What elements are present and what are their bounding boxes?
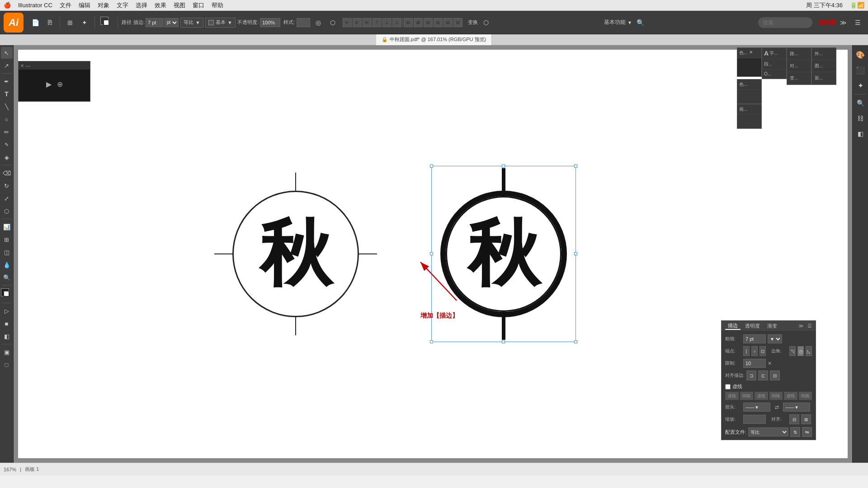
menu-icon[interactable]: ☰: [852, 16, 864, 29]
path-panel[interactable]: 路...: [787, 48, 811, 60]
weight-input[interactable]: [743, 334, 766, 343]
panel-expand-icon[interactable]: ≫: [798, 323, 804, 329]
align2-btn2[interactable]: ⊠: [801, 414, 811, 424]
warp-tool[interactable]: ⬡: [1, 205, 13, 217]
video-panel-minimize[interactable]: —: [26, 63, 30, 68]
sel-handle-br[interactable]: [574, 340, 577, 343]
sel-handle-bl[interactable]: [430, 340, 433, 343]
profile-flip2-icon[interactable]: ⇆: [802, 427, 812, 437]
panel-menu-icon[interactable]: ☰: [807, 323, 812, 329]
scale-input[interactable]: [743, 415, 766, 424]
limit-close-btn[interactable]: ✕: [768, 361, 772, 366]
color-guide-tool[interactable]: ◧: [1, 330, 13, 342]
dist5-icon[interactable]: ⊟: [443, 18, 453, 27]
stroke-value-input[interactable]: [146, 18, 164, 27]
menu-effect[interactable]: 效果: [155, 1, 166, 9]
layer-btn[interactable]: ◧: [854, 127, 867, 141]
opacity-input[interactable]: [260, 18, 280, 27]
sel-handle-bc[interactable]: [502, 340, 505, 343]
align-outside-btn[interactable]: ⊏: [758, 371, 768, 380]
align-center-btn[interactable]: ⊟: [770, 371, 780, 380]
dist6-icon[interactable]: ⊟: [453, 18, 462, 27]
sel-handle-tr[interactable]: [574, 164, 577, 168]
corner-round-btn[interactable]: ◷: [797, 346, 804, 356]
color-swatches[interactable]: [1, 288, 13, 300]
fr-para-panel[interactable]: 段...: [762, 59, 786, 70]
zoom-btn[interactable]: 🔍: [854, 96, 867, 110]
color-wheel-icon[interactable]: ◎: [312, 16, 325, 29]
align-left-icon[interactable]: ⊫: [343, 18, 352, 27]
color-indicator[interactable]: [100, 17, 112, 28]
zoom-tool[interactable]: 🔍: [1, 272, 13, 283]
swatches-btn[interactable]: ⬛: [854, 63, 867, 77]
stroke-tab[interactable]: 描边: [725, 322, 741, 330]
weight-select[interactable]: ▼: [768, 334, 782, 343]
align-mid-icon[interactable]: ⊥: [382, 18, 392, 27]
scale-tool[interactable]: ⤢: [1, 192, 13, 204]
align-right-icon[interactable]: ⊫: [363, 18, 372, 27]
shape-tool[interactable]: ○: [1, 113, 13, 125]
fr-char-panel[interactable]: A 字...: [762, 48, 786, 59]
eyedropper-tool[interactable]: 💧: [1, 259, 13, 271]
menu-file[interactable]: 文件: [60, 1, 71, 9]
limit-input[interactable]: [743, 359, 766, 368]
rotate-tool[interactable]: ↻: [1, 180, 13, 192]
search-icon[interactable]: 🔍: [634, 16, 646, 29]
cap-flat-btn[interactable]: |: [743, 346, 750, 356]
app-name[interactable]: Illustrator CC: [18, 2, 52, 9]
layers-panel[interactable]: 新...: [812, 72, 836, 84]
color-guide-btn[interactable]: 🎨: [854, 48, 867, 61]
corner-miter-btn[interactable]: ◹: [789, 346, 796, 356]
menu-select[interactable]: 选择: [136, 1, 147, 9]
corner-bevel-btn[interactable]: ◺: [806, 346, 812, 356]
text-tool[interactable]: T: [1, 88, 13, 100]
eraser-tool[interactable]: ⌫: [1, 167, 13, 179]
profile-flip-icon[interactable]: ⇅: [790, 427, 800, 437]
transform-icon[interactable]: ⬡: [326, 16, 339, 29]
video-panel[interactable]: ✕ — ▶ ⊕: [18, 61, 90, 102]
transform-expand-icon[interactable]: ⬡: [480, 16, 492, 29]
menu-help[interactable]: 帮助: [212, 1, 223, 9]
arrow-start-select[interactable]: —— ▼: [743, 403, 770, 412]
cap-round-btn[interactable]: ○: [751, 346, 758, 356]
column-graph-tool[interactable]: 📊: [1, 221, 13, 233]
fr-open-panel[interactable]: O...: [762, 70, 786, 79]
arrow-end-select[interactable]: —— ▼: [783, 403, 810, 412]
screen-toggle[interactable]: □: [1, 359, 13, 371]
mesh-tool[interactable]: ⊞: [1, 234, 13, 245]
darken-tool[interactable]: ■: [1, 318, 13, 329]
style-selector[interactable]: 基本 ▼: [205, 18, 236, 28]
transparency-tab[interactable]: 透明度: [742, 323, 763, 329]
align-bottom-icon[interactable]: ⊥: [392, 18, 401, 27]
sel-handle-mr[interactable]: [574, 252, 577, 255]
pencil-tool[interactable]: ✎: [1, 139, 13, 150]
direct-select-tool[interactable]: ↗: [1, 60, 13, 71]
align-top-icon[interactable]: ⊤: [373, 18, 382, 27]
live-paint-icon[interactable]: ✦: [78, 16, 91, 29]
video-play-btn[interactable]: ▶: [46, 80, 52, 89]
menu-window[interactable]: 窗口: [193, 1, 204, 9]
arrow-swap-icon[interactable]: ⇄: [772, 403, 781, 412]
stroke-unit-select[interactable]: pt: [165, 18, 179, 27]
draw-mode-tool[interactable]: ▣: [1, 346, 13, 358]
gradient-tool[interactable]: ◫: [1, 246, 13, 258]
dist3-icon[interactable]: ⊟: [424, 18, 433, 27]
video-panel-close-x[interactable]: ✕: [20, 63, 24, 68]
doc-icon[interactable]: 🖹: [43, 16, 56, 29]
profile-select[interactable]: 等比: [748, 427, 788, 436]
left-badge[interactable]: 秋: [232, 191, 359, 317]
menu-object[interactable]: 对象: [98, 1, 109, 9]
menu-view[interactable]: 视图: [174, 1, 185, 9]
cap-projecting-btn[interactable]: ⊡: [760, 346, 766, 356]
arrange-icon[interactable]: ⊞: [64, 16, 76, 29]
line-segment-tool[interactable]: ╲: [1, 101, 13, 113]
style-box[interactable]: [297, 18, 310, 27]
apple-menu[interactable]: 🍎: [4, 2, 11, 9]
paintbrush-tool[interactable]: ✏: [1, 126, 13, 138]
mini-brush-tab[interactable]: 画...: [737, 104, 761, 115]
dist2-icon[interactable]: ⊞: [414, 18, 423, 27]
document-tab[interactable]: 🔒 中秋团圆.pdf* @ 167.01% (RGB/GPU 预览): [376, 34, 492, 45]
menu-type[interactable]: 文字: [117, 1, 128, 9]
align2-btn1[interactable]: ⊟: [789, 414, 799, 424]
dist4-icon[interactable]: ⊟: [434, 18, 443, 27]
